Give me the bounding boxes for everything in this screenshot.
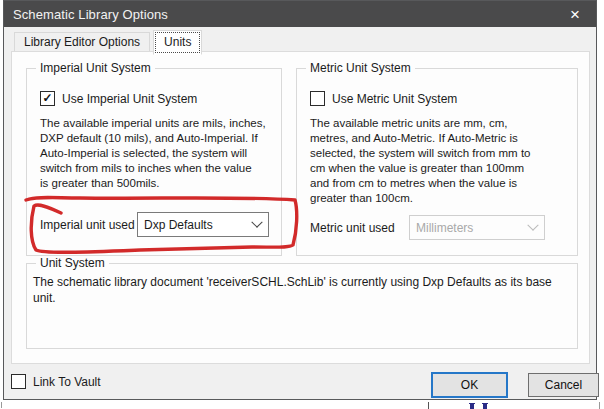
metric-unit-value: Millimeters bbox=[410, 221, 522, 235]
schematic-library-options-dialog: Schematic Library Options × Library Edit… bbox=[3, 0, 597, 400]
chevron-down-icon[interactable] bbox=[246, 213, 268, 236]
background-blue-mark bbox=[470, 404, 474, 409]
imperial-unit-value: Dxp Defaults bbox=[138, 218, 246, 232]
unit-system-group: Unit System The schematic library docume… bbox=[26, 263, 578, 349]
unit-system-group-title: Unit System bbox=[36, 256, 109, 270]
use-imperial-label: Use Imperial Unit System bbox=[62, 92, 197, 106]
ok-button[interactable]: OK bbox=[431, 372, 508, 398]
use-imperial-checkbox[interactable]: ✓ Use Imperial Unit System bbox=[40, 91, 197, 106]
tab-bar: Library Editor Options Units bbox=[14, 33, 202, 53]
background-blue-mark bbox=[483, 404, 487, 409]
checkbox-unchecked-icon[interactable] bbox=[310, 91, 325, 106]
background-tick-mark bbox=[599, 402, 600, 409]
metric-unit-dropdown: Millimeters bbox=[409, 215, 545, 240]
checkmark-icon: ✓ bbox=[42, 93, 52, 104]
unit-system-text: The schematic library document 'receiver… bbox=[33, 275, 552, 306]
imperial-group-title: Imperial Unit System bbox=[36, 61, 155, 75]
imperial-unit-dropdown[interactable]: Dxp Defaults bbox=[137, 212, 269, 237]
units-tab-page: Imperial Unit System ✓ Use Imperial Unit… bbox=[11, 51, 590, 364]
checkbox-checked-icon[interactable]: ✓ bbox=[40, 91, 55, 106]
metric-unit-system-group: Metric Unit System Use Metric Unit Syste… bbox=[296, 68, 578, 256]
metric-description: The available metric units are mm, cm, m… bbox=[310, 116, 530, 206]
background-tick-mark bbox=[428, 402, 429, 409]
cancel-button[interactable]: Cancel bbox=[528, 373, 599, 397]
imperial-description: The available imperial units are mils, i… bbox=[40, 116, 266, 191]
imperial-unit-used-label: Imperial unit used bbox=[40, 218, 135, 232]
chevron-down-icon bbox=[522, 216, 544, 239]
link-to-vault-checkbox[interactable]: Link To Vault bbox=[11, 374, 101, 389]
use-metric-checkbox[interactable]: Use Metric Unit System bbox=[310, 91, 457, 106]
title-bar: Schematic Library Options × bbox=[4, 1, 596, 27]
dialog-title: Schematic Library Options bbox=[4, 7, 168, 22]
close-icon[interactable]: × bbox=[554, 1, 596, 27]
tab-units[interactable]: Units bbox=[153, 30, 202, 55]
use-metric-label: Use Metric Unit System bbox=[332, 92, 457, 106]
metric-group-title: Metric Unit System bbox=[306, 61, 415, 75]
imperial-unit-system-group: Imperial Unit System ✓ Use Imperial Unit… bbox=[26, 68, 282, 256]
checkbox-unchecked-icon[interactable] bbox=[11, 374, 26, 389]
background-tick-mark bbox=[1, 402, 2, 408]
link-to-vault-label: Link To Vault bbox=[33, 375, 101, 389]
metric-unit-used-label: Metric unit used bbox=[310, 221, 395, 235]
tab-library-editor-options[interactable]: Library Editor Options bbox=[14, 32, 150, 53]
